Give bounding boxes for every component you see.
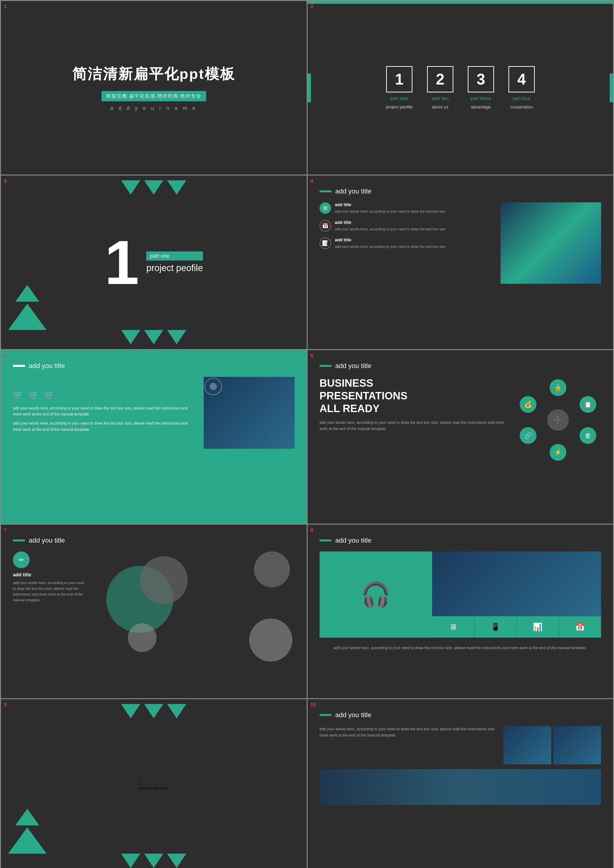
slide-10: 10 add you title add your words here, ac… bbox=[308, 699, 613, 868]
subtitle-bar: 框架完整·扁平化呈现·绝对经典·绝对专业 bbox=[101, 91, 206, 101]
biz-title: BUSINESS PRESENTATIONS ALL READY bbox=[319, 377, 505, 415]
slide-header-5: add you title bbox=[13, 362, 295, 370]
teal-rect-7 bbox=[13, 539, 25, 541]
icon-text-4-1: add title add your words here, according… bbox=[335, 202, 446, 214]
item-desc-4-1: add your words here, according to your n… bbox=[335, 209, 446, 214]
bottom-img-10 bbox=[319, 769, 601, 805]
cluster-center: ➕ bbox=[547, 409, 569, 431]
left-section-6: BUSINESS PRESENTATIONS ALL READY add you… bbox=[319, 377, 505, 432]
content-area-10: add your words here, according to your n… bbox=[319, 726, 601, 805]
slide-header-7: add you title bbox=[13, 537, 295, 544]
part-name: project peofile bbox=[146, 263, 203, 273]
slide-title-7: add you title bbox=[29, 537, 65, 544]
slide-9: 9 2 part two about us bbox=[1, 699, 307, 868]
cluster-item-bl: 🔗 bbox=[520, 427, 536, 444]
slide-title-4: add you title bbox=[335, 188, 372, 195]
desc-7: add your words here, according to your n… bbox=[13, 580, 85, 603]
slide-number-10: 10 bbox=[310, 702, 316, 708]
img-thumb-1 bbox=[503, 726, 551, 764]
section-content: 1 part one project peofile bbox=[105, 231, 203, 293]
circle-medium-gray bbox=[254, 551, 290, 587]
svg-point-4 bbox=[210, 383, 217, 390]
cart-icon-3: 🛒 bbox=[44, 390, 55, 401]
edit-icon-circle: ✏ bbox=[13, 551, 30, 568]
text-1-5: add your words here, according to your n… bbox=[13, 405, 197, 417]
teal-rect-5 bbox=[13, 365, 25, 367]
slide-number-8: 8 bbox=[310, 527, 313, 533]
right-img-5 bbox=[204, 377, 295, 449]
top-row-10: add your words here, according to your n… bbox=[319, 726, 601, 764]
left-section-5: 🛒 🛒 🛒 add your words here, according to … bbox=[13, 390, 197, 435]
slide-8: 8 add you title 🎧 🖥 📱 📊 📅 add your words… bbox=[308, 525, 613, 698]
circle-small-gray bbox=[128, 623, 157, 652]
slide-header-10: add you title bbox=[319, 711, 601, 719]
part-number-1: 1 bbox=[386, 66, 412, 92]
circles-area bbox=[92, 551, 295, 671]
text-2-5: add your words here, according to your n… bbox=[13, 420, 197, 432]
item-title-4-3: add title bbox=[335, 238, 446, 242]
slide-grid: 1 简洁清新扁平化ppt模板 框架完整·扁平化呈现·绝对经典·绝对专业 a d … bbox=[0, 0, 614, 868]
cluster-item-br: 🗑 bbox=[580, 427, 596, 444]
part-label-3: part three bbox=[471, 96, 491, 101]
teal-block-8: 🎧 bbox=[319, 551, 432, 638]
slide-number-9: 9 bbox=[4, 702, 7, 708]
icon-item-4-3: 📝 add title add your words here, accordi… bbox=[319, 238, 494, 250]
icon-text-4-2: add title add your words here, according… bbox=[335, 220, 446, 232]
right-block-8: 🖥 📱 📊 📅 bbox=[432, 551, 601, 638]
slide-number-6: 6 bbox=[310, 352, 313, 359]
icon-text-4-3: add title add your words here, according… bbox=[335, 238, 446, 250]
part-label-2: part two bbox=[432, 96, 449, 101]
slide-2: 2 1 part one project peofile 2 part two … bbox=[308, 1, 613, 175]
cluster-item-bottom: ⚡ bbox=[550, 444, 566, 461]
cluster-item-tl: 💰 bbox=[520, 396, 536, 413]
icon-tile-monitor: 🖥 bbox=[432, 616, 474, 638]
teal-accent-left bbox=[308, 73, 311, 102]
slide-5: 5 add you title 🛒 🛒 🛒 add your words her… bbox=[1, 350, 307, 524]
circle-light bbox=[249, 618, 292, 661]
part-label-1: part one bbox=[391, 96, 408, 101]
parts-row: 1 part one project peofile 2 part two ab… bbox=[386, 66, 535, 110]
slide-title-10: add you title bbox=[335, 711, 372, 719]
part-label-4: part four bbox=[513, 96, 530, 101]
left-section-7: ✏ add title add your words here, accordi… bbox=[13, 551, 85, 608]
cart-icons: 🛒 🛒 🛒 bbox=[13, 390, 197, 401]
slide-6: 6 add you title BUSINESS PRESENTATIONS A… bbox=[308, 350, 613, 524]
part-desc-4: cooperation bbox=[510, 105, 533, 110]
teal-rect-6 bbox=[319, 365, 332, 367]
part-item-2: 2 part two about us bbox=[427, 66, 453, 110]
part-tag-9: part two bbox=[139, 786, 153, 790]
teal-accent-right bbox=[610, 73, 613, 102]
slide-number-2: 2 bbox=[310, 3, 313, 9]
biz-desc: add your words here, according to your n… bbox=[319, 419, 505, 432]
content-area-4: ⊞ add title add your words here, accordi… bbox=[319, 202, 601, 284]
bottom-text-8: add your words here, according to your n… bbox=[319, 645, 601, 651]
item-title-4-1: add title bbox=[335, 202, 446, 207]
content-area-5: 🛒 🛒 🛒 add your words here, according to … bbox=[13, 377, 295, 449]
tech-img-8 bbox=[432, 551, 601, 616]
part-number-2: 2 bbox=[427, 66, 453, 92]
right-img-4 bbox=[501, 202, 601, 284]
part-number-3: 3 bbox=[468, 66, 494, 92]
icon-tile-chart: 📊 bbox=[516, 616, 559, 638]
slide-number-4: 4 bbox=[310, 178, 313, 184]
teal-rect-8 bbox=[319, 539, 332, 541]
part-number-4: 4 bbox=[509, 66, 535, 92]
part-name-9: about us bbox=[154, 786, 168, 790]
part-item-3: 3 part three advantage bbox=[468, 66, 494, 110]
teal-rect-10 bbox=[319, 714, 332, 716]
slide-number-1: 1 bbox=[4, 3, 7, 9]
top-section-8: 🎧 🖥 📱 📊 📅 bbox=[319, 551, 601, 638]
slide-number-3: 3 bbox=[4, 178, 7, 184]
images-block-10 bbox=[503, 726, 601, 764]
content-area-7: ✏ add title add your words here, accordi… bbox=[13, 551, 295, 671]
icon-item-4-1: ⊞ add title add your words here, accordi… bbox=[319, 202, 494, 214]
slide-header-4: add you title bbox=[319, 188, 601, 195]
slide-3: 3 1 part one project peofile bbox=[1, 175, 307, 349]
cluster-item-top: 🔒 bbox=[550, 379, 566, 396]
part-desc-2: about us bbox=[432, 105, 448, 110]
img-thumb-2 bbox=[553, 726, 601, 764]
icon-4-3: 📝 bbox=[319, 238, 331, 249]
icon-cluster: ➕ 🔒 📋 🗑 ⚡ 🔗 💰 bbox=[515, 377, 601, 463]
item-title-4-2: add title bbox=[335, 220, 446, 225]
part-info: part one project peofile bbox=[146, 252, 203, 273]
